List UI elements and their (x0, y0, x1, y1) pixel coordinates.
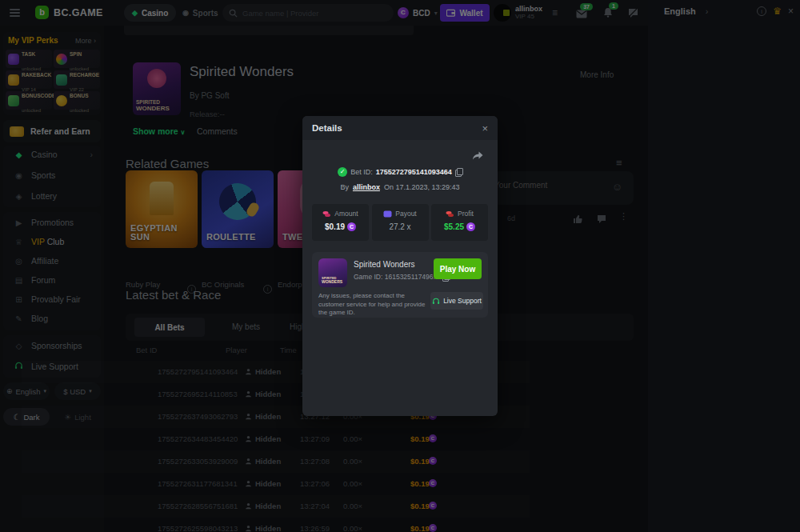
modal-game-card: SPIRITEDWONDERS Spirited Wonders Game ID… (312, 252, 488, 318)
profit-coins-icon (446, 210, 454, 218)
game-id: Game ID: 1615325117496... (354, 273, 439, 281)
modal-title: Details (312, 123, 342, 133)
game-thumbnail: SPIRITEDWONDERS (318, 258, 347, 287)
live-support-button[interactable]: Live Support (430, 292, 483, 310)
copy-icon[interactable] (455, 168, 462, 176)
headset-icon (432, 298, 440, 305)
stat-profit: Profit $5.25 (431, 204, 488, 241)
verified-shield-icon: ✓ (338, 167, 347, 177)
payout-wallet-icon (383, 210, 392, 218)
support-note: Any issues, please contact the customer … (318, 292, 429, 318)
bet-meta-row: By allinbox On 17.1.2023, 13:29:43 (302, 183, 498, 191)
close-icon[interactable]: × (482, 122, 488, 134)
bet-id-value: 1755272795141093464 (376, 168, 452, 176)
bcd-coin-icon (347, 222, 356, 231)
share-icon[interactable] (472, 150, 483, 164)
stat-payout: Payout 27.2 x (372, 204, 429, 241)
bet-id-row: ✓ Bet ID: 1755272795141093464 (302, 167, 498, 177)
stat-amount: Amount $0.19 (312, 204, 369, 241)
modal-game-title: Spirited Wonders (354, 260, 415, 269)
bet-details-modal: Details × ✓ Bet ID: 1755272795141093464 … (302, 116, 498, 416)
play-now-button[interactable]: Play Now (434, 258, 482, 279)
modal-header: Details × (302, 116, 498, 140)
player-link[interactable]: allinbox (353, 183, 380, 191)
bc-game-app: b BC.GAME ◆ Casino ◉ Sports BCD ▾ Wallet (0, 0, 800, 532)
amount-coins-icon (322, 210, 331, 218)
bcd-coin-icon (466, 222, 475, 231)
